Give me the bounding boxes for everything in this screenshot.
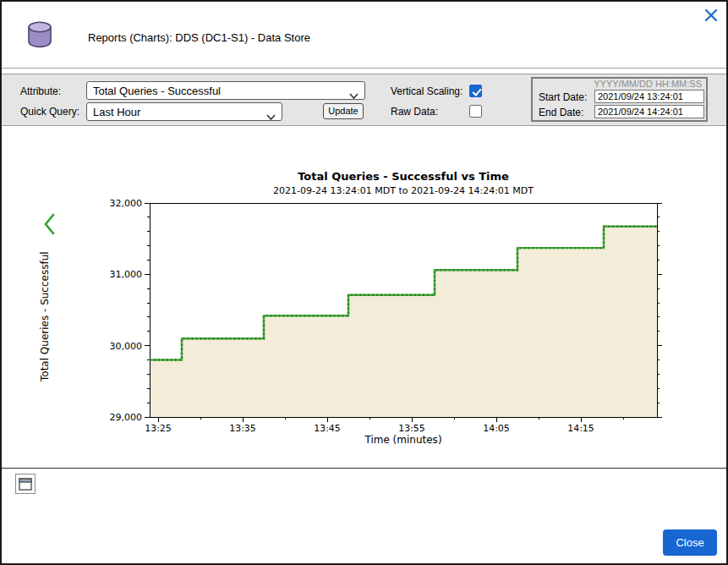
chevron-down-icon (266, 110, 276, 123)
chart-canvas: 29,00030,00031,00032,00013:2513:3513:451… (2, 162, 728, 458)
date-format-hint: YYYY/MM/DD HH:MM:SS (594, 79, 702, 89)
end-date-input[interactable] (594, 105, 704, 118)
start-date-label: Start Date: (539, 91, 587, 103)
quick-query-label: Quick Query: (20, 106, 79, 118)
x-axis-label: Time (minutes) (150, 434, 657, 446)
close-dialog-button[interactable] (702, 7, 720, 25)
database-icon (25, 20, 55, 49)
x-tick-label: 14:05 (483, 423, 510, 434)
x-tick-label: 14:15 (567, 423, 594, 434)
raw-data-checkbox[interactable] (469, 105, 482, 118)
report-window-icon (19, 478, 32, 491)
attribute-select-value: Total Queries - Successful (93, 85, 221, 97)
vertical-scaling-label: Vertical Scaling: (391, 85, 463, 97)
controls-bar: Attribute: Total Queries - Successful Qu… (2, 74, 726, 126)
quick-query-select[interactable]: Last Hour (86, 102, 282, 121)
vertical-scaling-checkbox[interactable] (469, 85, 482, 97)
x-tick-label: 13:45 (314, 423, 341, 434)
end-date-label: End Date: (539, 107, 583, 118)
start-date-input[interactable] (594, 90, 704, 103)
raw-data-label: Raw Data: (391, 106, 438, 118)
chevron-down-icon (349, 89, 359, 101)
printable-report-button[interactable] (15, 474, 36, 494)
footer-divider (2, 468, 726, 469)
series-area (150, 227, 657, 417)
date-range-box: YYYY/MM/DD HH:MM:SS Start Date: End Date… (531, 77, 708, 122)
y-tick-label: 32,000 (110, 198, 143, 209)
quick-query-select-value: Last Hour (93, 106, 140, 118)
x-tick-label: 13:35 (229, 423, 256, 434)
reports-dialog: Reports (Charts): DDS (DC1-S1) - Data St… (0, 0, 728, 565)
attribute-select[interactable]: Total Queries - Successful (86, 81, 365, 100)
y-tick-label: 29,000 (110, 412, 143, 423)
header-divider (2, 68, 726, 69)
x-tick-label: 13:25 (145, 423, 172, 434)
chart-region: Total Queries - Successful vs Time 2021-… (2, 162, 728, 458)
close-icon (704, 8, 718, 22)
y-tick-label: 31,000 (110, 269, 143, 280)
x-tick-label: 13:55 (398, 423, 425, 434)
update-button[interactable]: Update (323, 103, 364, 119)
page-title: Reports (Charts): DDS (DC1-S1) - Data St… (88, 31, 310, 44)
close-button[interactable]: Close (663, 529, 717, 556)
y-tick-label: 30,000 (110, 341, 143, 352)
attribute-label: Attribute: (20, 85, 61, 97)
